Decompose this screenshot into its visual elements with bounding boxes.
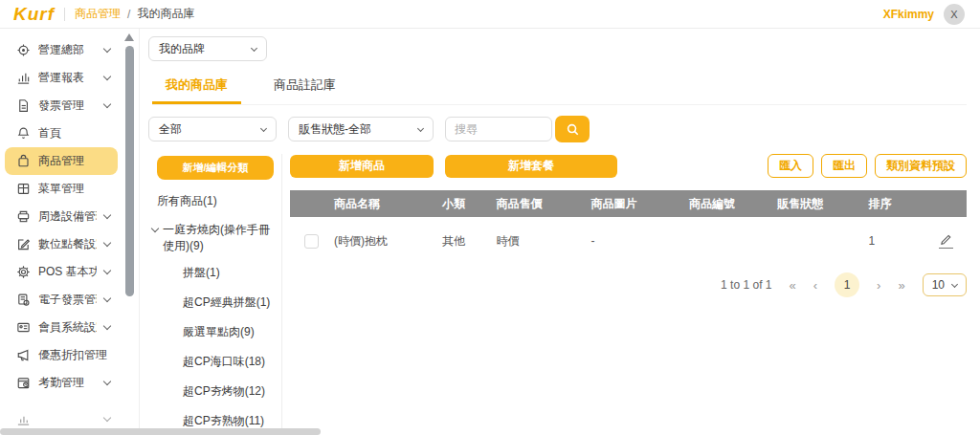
category-item[interactable]: 嚴選單點肉(9) — [150, 317, 281, 347]
chevron-down-icon — [151, 225, 159, 232]
status-filter-value: 販售狀態-全部 — [299, 121, 371, 138]
chevron-down-icon — [103, 100, 111, 108]
status-filter-select[interactable]: 販售狀態-全部 — [288, 117, 434, 141]
product-table-area: 新增商品 新增套餐 匯入 匯出 類別資料預設 商品名稱 小類 — [282, 154, 967, 435]
sidebar-item-pos-basic[interactable]: POS 基本功能 — [5, 258, 118, 286]
cell-image: - — [591, 234, 690, 248]
user-avatar[interactable]: X — [944, 4, 965, 25]
sidebar-item-label: 營運總部 — [38, 42, 84, 58]
sidebar-item-home[interactable]: 首頁 — [5, 120, 118, 147]
category-item[interactable]: 拼盤(1) — [150, 258, 281, 288]
sidebar-scrollbar[interactable] — [125, 46, 134, 296]
main-area: 我的品牌 我的商品庫 商品註記庫 全部 販售狀態-全部 — [140, 29, 980, 435]
breadcrumb-section[interactable]: 商品管理 — [75, 6, 121, 22]
sidebar-item-label: POS 基本功能 — [38, 264, 97, 280]
category-all-products[interactable]: 所有商品(1) — [150, 180, 281, 215]
category-group-label: 一庭夯燒肉(操作手冊使用)(9) — [163, 222, 270, 254]
page-size-value: 10 — [932, 278, 945, 292]
gear-icon — [16, 265, 31, 279]
horizontal-scrollbar[interactable] — [0, 428, 321, 435]
grid-icon — [16, 182, 31, 196]
category-panel: 新增/編輯分類 所有商品(1) 一庭夯燒肉(操作手冊使用)(9) 拼盤(1) 超… — [148, 154, 282, 435]
chevron-down-icon — [103, 239, 111, 247]
chevron-down-icon — [103, 73, 111, 80]
sidebar-item-menus[interactable]: 菜單管理 — [5, 175, 118, 203]
chevron-down-icon — [251, 44, 257, 51]
sidebar-item-reports[interactable]: 營運報表 — [5, 64, 118, 92]
add-product-button[interactable]: 新增商品 — [290, 155, 434, 178]
product-table: 商品名稱 小類 商品售價 商品圖片 商品編號 販售狀態 排序 (時價)抱枕 — [290, 190, 967, 265]
first-page-button[interactable]: « — [789, 278, 795, 293]
sidebar-item-devices[interactable]: 周邊設備管理 — [5, 203, 118, 230]
sidebar-item-invoice[interactable]: 發票管理 — [5, 92, 118, 120]
column-header-name: 商品名稱 — [334, 196, 442, 212]
user-name[interactable]: XFkimmy — [883, 8, 934, 21]
sidebar-item-einvoice[interactable]: 電子發票管理 — [5, 286, 118, 314]
action-row: 新增商品 新增套餐 匯入 匯出 類別資料預設 — [290, 154, 967, 178]
chart-icon — [16, 412, 31, 426]
app-logo[interactable]: Kurf — [13, 5, 55, 23]
cell-price: 時價 — [497, 233, 591, 250]
add-edit-category-button[interactable]: 新增/編輯分類 — [157, 156, 274, 180]
column-header-price: 商品售價 — [497, 196, 591, 212]
document-icon — [16, 98, 31, 113]
tab-my-products[interactable]: 我的商品庫 — [152, 73, 241, 104]
chevron-down-icon — [103, 211, 111, 219]
sidebar-item-label: 數位點餐設定 — [38, 236, 97, 252]
edit-row-button[interactable] — [939, 233, 953, 249]
category-filter-select[interactable]: 全部 — [148, 117, 277, 141]
chevron-down-icon — [951, 280, 958, 287]
chart-icon — [16, 71, 31, 85]
category-item[interactable]: 超CP海口味(18) — [150, 347, 281, 377]
pagination-summary: 1 to 1 of 1 — [721, 278, 771, 292]
sidebar-item-label: 電子發票管理 — [38, 292, 97, 308]
chevron-down-icon — [103, 45, 111, 53]
sidebar-item-label: 商品管理 — [38, 153, 84, 169]
category-preset-button[interactable]: 類別資料預設 — [875, 154, 967, 178]
chevron-down-icon — [260, 124, 267, 131]
sidebar-item-attendance[interactable]: 考勤管理 — [5, 369, 118, 397]
sidebar-item-label: 菜單管理 — [38, 181, 84, 197]
sidebar-item-hq[interactable]: 營運總部 — [5, 36, 118, 64]
chevron-down-icon — [103, 294, 111, 302]
sidebar-item-products[interactable]: 商品管理 — [5, 147, 118, 175]
receipt-icon — [16, 293, 31, 307]
add-combo-button[interactable]: 新增套餐 — [445, 155, 617, 178]
sidebar-item-label: 發票管理 — [38, 98, 84, 114]
next-page-button[interactable]: › — [877, 278, 880, 293]
brand-select[interactable]: 我的品牌 — [148, 36, 267, 61]
sidebar-scroll-up-arrow[interactable] — [124, 33, 134, 41]
last-page-button[interactable]: » — [898, 278, 904, 293]
category-item[interactable]: 超CP經典拼盤(1) — [150, 288, 281, 317]
sidebar-item-digital-ordering[interactable]: 數位點餐設定 — [5, 230, 118, 258]
cell-subcategory: 其他 — [442, 233, 497, 250]
export-button[interactable]: 匯出 — [821, 154, 867, 178]
breadcrumb-current: 我的商品庫 — [137, 6, 194, 22]
category-item[interactable]: 超CP夯烤物(12) — [150, 377, 281, 406]
category-group[interactable]: 一庭夯燒肉(操作手冊使用)(9) — [150, 215, 281, 258]
prev-page-button[interactable]: ‹ — [813, 278, 817, 293]
pencil-icon — [940, 233, 952, 246]
chevron-down-icon — [103, 267, 111, 274]
top-bar: Kurf 商品管理 / 我的商品庫 XFkimmy X — [0, 0, 980, 29]
chevron-down-icon — [103, 322, 111, 330]
sidebar-item-members[interactable]: 會員系統設定 — [5, 314, 118, 341]
tab-product-notes[interactable]: 商品註記庫 — [260, 73, 349, 104]
sidebar-item-label: 會員系統設定 — [38, 319, 97, 336]
row-checkbox[interactable] — [304, 234, 319, 249]
current-page-button[interactable]: 1 — [835, 272, 859, 297]
column-header-sort: 排序 — [868, 196, 925, 212]
table-row: (時價)抱枕 其他 時價 - 1 — [290, 217, 967, 265]
megaphone-icon — [16, 348, 31, 362]
pagination: 1 to 1 of 1 « ‹ 1 › » 10 — [290, 272, 967, 297]
bag-icon — [16, 154, 31, 168]
import-button[interactable]: 匯入 — [768, 154, 813, 178]
search-button[interactable] — [555, 116, 590, 142]
sidebar-item-discounts[interactable]: 優惠折扣管理 — [5, 341, 118, 369]
search-input[interactable] — [445, 117, 552, 141]
sidebar-item-label: 營運報表 — [38, 70, 84, 86]
id-card-icon — [16, 320, 31, 335]
page-size-select[interactable]: 10 — [923, 273, 967, 296]
column-header-image: 商品圖片 — [591, 196, 690, 212]
tab-bar: 我的商品庫 商品註記庫 — [152, 73, 967, 105]
